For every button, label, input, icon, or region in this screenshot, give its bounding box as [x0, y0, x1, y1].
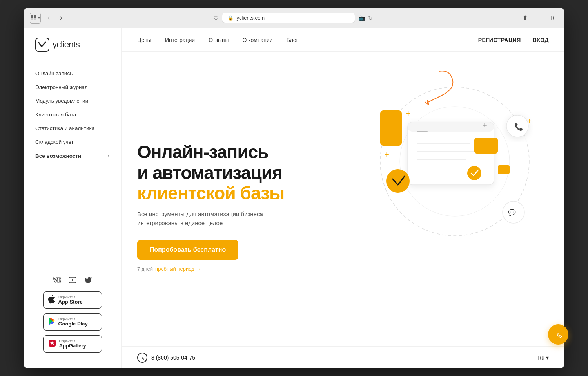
- logo-icon: [35, 38, 49, 52]
- sidebar-bottom: Загрузите в App Store: [24, 267, 121, 360]
- main-content: Цены Интеграции Отзывы О компании Блог Р…: [122, 28, 564, 368]
- svg-text:+: +: [527, 117, 532, 125]
- svg-text:💬: 💬: [508, 209, 516, 216]
- svg-rect-14: [408, 122, 494, 132]
- nav-integrations[interactable]: Интеграции: [165, 37, 195, 43]
- svg-rect-18: [380, 110, 402, 146]
- nav-reviews[interactable]: Отзывы: [209, 37, 229, 43]
- footer-bar: 8 (800) 505-04-75 Ru ▾: [122, 346, 564, 368]
- logo[interactable]: yclients: [35, 38, 109, 52]
- sidebar-navigation: Онлайн-запись Электронный журнал Модуль …: [24, 67, 121, 267]
- appstore-sublabel: Загрузите в: [58, 295, 83, 299]
- browser-left-controls: ▾ ‹ ›: [30, 13, 66, 24]
- hero-title-highlight: клиентской базы: [137, 183, 284, 203]
- sidebar-item-online-booking[interactable]: Онлайн-запись: [31, 67, 113, 80]
- login-button[interactable]: ВХОД: [533, 37, 549, 43]
- svg-text:+: +: [482, 120, 487, 130]
- apple-icon: [48, 295, 55, 306]
- hero-section: Онлайн-запись и автоматизация клиентской…: [122, 52, 564, 346]
- register-button[interactable]: РЕГИСТРАЦИЯ: [478, 37, 521, 43]
- svg-rect-0: [31, 15, 33, 18]
- sidebar-item-notifications[interactable]: Модуль уведомлений: [31, 95, 113, 107]
- cta-button[interactable]: Попробовать бесплатно: [137, 240, 238, 260]
- chevron-right-icon: ›: [107, 153, 109, 159]
- new-tab-button[interactable]: +: [534, 13, 544, 23]
- hero-text: Онлайн-запись и автоматизация клиентской…: [137, 142, 284, 272]
- social-icons: [52, 275, 93, 285]
- svg-point-23: [386, 169, 410, 193]
- browser-window: ▾ ‹ › 🛡 🔒 yclients.com 📺 ↻ ⬆ + ⊞: [24, 8, 564, 368]
- googleplay-sublabel: Загрузите в: [58, 317, 88, 321]
- phone-number[interactable]: 8 (800) 505-04-75: [151, 354, 195, 361]
- svg-rect-3: [34, 18, 36, 20]
- sidebar-item-all-features[interactable]: Все возможности ›: [31, 150, 113, 162]
- browser-right-controls: ⬆ + ⊞: [520, 13, 558, 23]
- nav-prices[interactable]: Цены: [137, 37, 151, 43]
- svg-text:+: +: [384, 150, 389, 159]
- language-selector[interactable]: Ru ▾: [537, 354, 549, 361]
- sidebar-item-journal[interactable]: Электронный журнал: [31, 81, 113, 93]
- address-bar[interactable]: 🔒 yclients.com: [222, 13, 355, 23]
- chevron-down-icon: ▾: [546, 354, 549, 361]
- google-play-badge[interactable]: Загрузите в Google Play: [43, 313, 102, 331]
- nav-blog[interactable]: Блог: [287, 37, 298, 43]
- shield-icon: 🛡: [213, 15, 219, 21]
- appstore-name: App Store: [58, 299, 83, 305]
- share-button[interactable]: ⬆: [520, 13, 530, 23]
- hero-illustration: + + + 📞 + 💬: [329, 60, 564, 279]
- logo-area: yclients: [24, 38, 121, 67]
- svg-rect-29: [498, 165, 510, 174]
- googleplay-name: Google Play: [58, 321, 88, 327]
- address-bar-container: 🛡 🔒 yclients.com 📺 ↻: [71, 13, 515, 23]
- url-text: yclients.com: [237, 15, 265, 21]
- appgallery-badge[interactable]: Откройте в AppGallery: [43, 335, 102, 352]
- phone-icon: [137, 352, 147, 363]
- appgallery-name: AppGallery: [59, 343, 86, 349]
- svg-rect-1: [34, 15, 36, 18]
- header-nav: Цены Интеграции Отзывы О компании Блог Р…: [122, 28, 564, 52]
- appgallery-sublabel: Откройте в: [59, 339, 86, 343]
- reload-icon[interactable]: ↻: [368, 15, 373, 21]
- back-button[interactable]: ‹: [44, 13, 53, 23]
- nav-about[interactable]: О компании: [242, 37, 272, 43]
- svg-text:📞: 📞: [514, 123, 523, 131]
- hero-title: Онлайн-запись и автоматизация клиентской…: [137, 142, 284, 204]
- nav-links: Цены Интеграции Отзывы О компании Блог: [137, 37, 298, 43]
- header-auth: РЕГИСТРАЦИЯ ВХОД: [478, 37, 549, 43]
- trial-link[interactable]: пробный период →: [155, 266, 201, 272]
- youtube-icon[interactable]: [67, 275, 78, 285]
- browser-chrome: ▾ ‹ › 🛡 🔒 yclients.com 📺 ↻ ⬆ + ⊞: [24, 8, 564, 28]
- svg-text:+: +: [406, 108, 411, 118]
- page: yclients Онлайн-запись Электронный журна…: [24, 28, 564, 368]
- hero-subtitle: Все инструменты для автоматизации бизнес…: [137, 210, 284, 228]
- trial-info: 7 дней пробный период →: [137, 266, 284, 272]
- cast-icon: 📺: [358, 15, 365, 21]
- lock-icon: 🔒: [228, 15, 234, 21]
- svg-rect-2: [31, 18, 33, 20]
- grid-button[interactable]: ⊞: [548, 13, 558, 23]
- logo-text: yclients: [53, 40, 80, 50]
- svg-marker-5: [72, 279, 74, 281]
- appgallery-icon: [48, 339, 56, 349]
- app-store-badge[interactable]: Загрузите в App Store: [43, 291, 102, 309]
- sidebar-item-clients[interactable]: Клиентская база: [31, 108, 113, 121]
- phone-area: 8 (800) 505-04-75: [137, 352, 195, 363]
- sidebar-item-analytics[interactable]: Статистика и аналитика: [31, 122, 113, 134]
- svg-rect-19: [474, 138, 498, 154]
- vk-icon[interactable]: [52, 275, 62, 285]
- sidebar: yclients Онлайн-запись Электронный журна…: [24, 28, 122, 368]
- google-play-icon: [48, 317, 55, 327]
- twitter-icon[interactable]: [83, 275, 93, 285]
- floating-cta-button[interactable]: [548, 324, 564, 345]
- sidebar-item-inventory[interactable]: Складской учет: [31, 136, 113, 148]
- tab-switcher-icon[interactable]: ▾: [30, 13, 41, 24]
- svg-point-17: [467, 166, 481, 180]
- forward-button[interactable]: ›: [56, 13, 66, 23]
